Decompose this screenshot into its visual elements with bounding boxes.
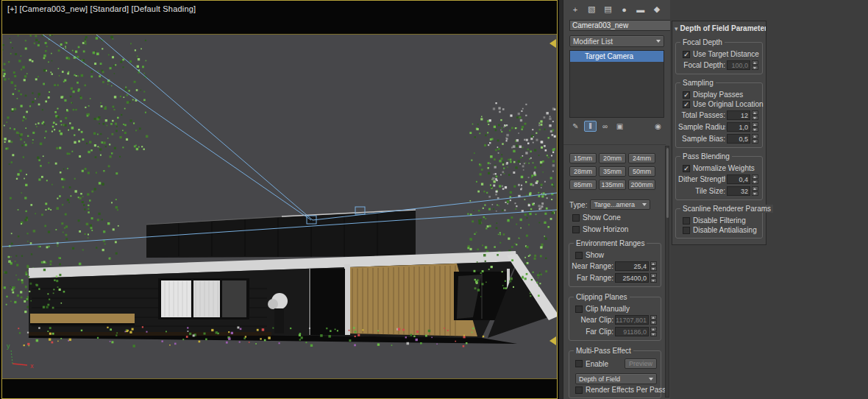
- utilities-tab-icon[interactable]: ◆: [651, 4, 663, 15]
- far-range-spinner[interactable]: [650, 273, 657, 283]
- total-passes-spinner[interactable]: [752, 110, 758, 120]
- focal-depth-field: 100,0: [727, 60, 750, 70]
- lens-20mm-button[interactable]: 20mm: [599, 153, 626, 163]
- dof-panel-titlebar[interactable]: ▾ Depth of Field Parameters: [672, 21, 766, 34]
- sample-radius-row: Sample Radius: 1,0: [678, 122, 760, 132]
- tile-size-spinner[interactable]: [752, 186, 758, 196]
- use-original-location-label: Use Original Location: [693, 100, 764, 108]
- rollout-chevron-icon: ▾: [675, 25, 678, 32]
- focal-depth-group: Focal Depth Use Target Distance Focal De…: [675, 42, 763, 74]
- dither-strength-field[interactable]: 0,4: [727, 174, 750, 184]
- show-cone-row: Show Cone: [572, 213, 666, 222]
- show-cone-checkbox[interactable]: [572, 214, 580, 222]
- make-unique-icon[interactable]: ∞: [599, 121, 611, 132]
- sample-bias-field[interactable]: 0,5: [727, 134, 750, 144]
- chevron-down-icon: [649, 378, 653, 381]
- mp-effect-dropdown[interactable]: Depth of Field: [575, 373, 657, 384]
- disable-filtering-label: Disable Filtering: [693, 216, 746, 225]
- use-original-location-row: Use Original Location: [683, 100, 760, 108]
- env-show-label: Show: [586, 251, 604, 259]
- sample-bias-spinner[interactable]: [752, 134, 758, 144]
- lens-15mm-button[interactable]: 15mm: [569, 153, 597, 163]
- remove-modifier-icon[interactable]: ▣: [613, 121, 626, 132]
- near-range-label: Near Range:: [572, 262, 613, 270]
- focal-depth-label: Focal Depth:: [678, 61, 725, 69]
- multi-pass-effect-title: Multi-Pass Effect: [574, 347, 633, 355]
- near-range-field[interactable]: 25,4: [615, 261, 649, 271]
- lens-135mm-button[interactable]: 135mm: [599, 180, 626, 190]
- pin-stack-icon[interactable]: ✎: [569, 121, 582, 132]
- lens-35mm-button[interactable]: 35mm: [599, 166, 626, 177]
- hierarchy-tab-icon[interactable]: ▤: [602, 4, 613, 15]
- sample-bias-row: Sample Bias: 0,5: [678, 134, 760, 144]
- far-clip-row: Far Clip: 91186,0: [572, 327, 658, 336]
- show-cone-label: Show Cone: [583, 213, 621, 222]
- lens-50mm-button[interactable]: 50mm: [628, 166, 655, 177]
- mp-enable-checkbox[interactable]: [575, 360, 583, 367]
- show-horizon-checkbox[interactable]: [572, 226, 580, 233]
- stock-lenses-grid: 15mm 20mm 24mm 28mm 35mm 50mm 85mm 135mm…: [569, 153, 666, 190]
- stack-item-target-camera[interactable]: Target Camera: [570, 51, 664, 62]
- total-passes-label: Total Passes:: [678, 111, 725, 119]
- modify-tab-icon[interactable]: ▧: [586, 4, 597, 15]
- dither-strength-row: Dither Strength: 0,4: [678, 174, 760, 184]
- env-show-row: Show: [575, 251, 658, 259]
- mp-enable-row: Enable: [575, 360, 625, 368]
- display-passes-checkbox[interactable]: [683, 91, 690, 99]
- command-panel: + ▧ ▤ ● ▬ ◆ Modifier List Target Camera …: [563, 0, 670, 399]
- params-scrollbar[interactable]: [665, 146, 669, 398]
- tile-size-row: Tile Size: 32: [678, 186, 760, 196]
- sampling-title: Sampling: [680, 79, 716, 87]
- far-range-field[interactable]: 25400,0: [615, 273, 649, 283]
- normalize-weights-label: Normalize Weights: [693, 164, 755, 172]
- sample-radius-field[interactable]: 1,0: [727, 122, 750, 132]
- use-target-distance-checkbox[interactable]: [683, 51, 690, 58]
- tile-size-field[interactable]: 32: [727, 186, 750, 196]
- clip-manually-checkbox[interactable]: [575, 306, 583, 313]
- show-horizon-label: Show Horizon: [583, 225, 628, 233]
- camera-viewport[interactable]: x y [+] [Camera003_new] [Standard] [Defa…: [0, 0, 559, 399]
- scanline-renderer-params-title: Scanline Renderer Params: [680, 205, 773, 213]
- modifier-list-dropdown[interactable]: Modifier List: [569, 35, 664, 47]
- total-passes-field[interactable]: 12: [727, 110, 750, 120]
- dof-panel-title: Depth of Field Parameters: [680, 24, 766, 32]
- disable-filtering-checkbox[interactable]: [683, 217, 690, 225]
- mp-render-per-pass-row: Render Effects Per Pass: [575, 386, 658, 394]
- normalize-weights-checkbox[interactable]: [683, 165, 690, 172]
- focal-depth-spinner: [752, 60, 758, 70]
- show-end-result-icon[interactable]: ‖: [584, 121, 597, 132]
- params-scrollbar-thumb[interactable]: [666, 148, 669, 218]
- mp-render-per-pass-checkbox[interactable]: [575, 386, 583, 394]
- parameters-rollout: 15mm 20mm 24mm 28mm 35mm 50mm 85mm 135mm…: [563, 144, 666, 399]
- sample-radius-spinner[interactable]: [752, 122, 758, 132]
- display-tab-icon[interactable]: ▬: [635, 4, 647, 15]
- use-original-location-checkbox[interactable]: [683, 101, 690, 108]
- clip-manually-row: Clip Manually: [575, 305, 658, 313]
- modifier-stack[interactable]: Target Camera: [569, 50, 664, 118]
- camera-type-dropdown[interactable]: Targe...amera: [590, 200, 650, 210]
- use-target-distance-label: Use Target Distance: [693, 50, 759, 58]
- display-passes-label: Display Passes: [693, 91, 743, 99]
- active-viewport-border: [1, 0, 558, 399]
- configure-modifier-sets-icon[interactable]: ◉: [652, 121, 664, 132]
- disable-antialiasing-label: Disable Antialiasing: [693, 226, 757, 234]
- env-show-checkbox[interactable]: [575, 252, 583, 259]
- lens-24mm-button[interactable]: 24mm: [628, 153, 655, 163]
- disable-antialiasing-checkbox[interactable]: [683, 227, 690, 234]
- tile-size-label: Tile Size:: [678, 187, 725, 195]
- create-tab-icon[interactable]: +: [569, 4, 581, 15]
- viewport-label[interactable]: [+] [Camera003_new] [Standard] [Default …: [7, 4, 196, 13]
- disable-filtering-row: Disable Filtering: [683, 216, 760, 225]
- lens-200mm-button[interactable]: 200mm: [628, 180, 655, 190]
- dither-strength-spinner[interactable]: [752, 174, 758, 184]
- normalize-weights-row: Normalize Weights: [683, 164, 760, 172]
- near-range-row: Near Range: 25,4: [572, 261, 658, 271]
- clipping-planes-title: Clipping Planes: [574, 293, 630, 301]
- lens-28mm-button[interactable]: 28mm: [569, 166, 597, 177]
- lens-85mm-button[interactable]: 85mm: [569, 180, 597, 190]
- motion-tab-icon[interactable]: ●: [619, 4, 630, 15]
- near-clip-label: Near Clip:: [572, 316, 613, 324]
- object-name-input[interactable]: [569, 20, 670, 31]
- show-horizon-row: Show Horizon: [572, 225, 666, 233]
- near-range-spinner[interactable]: [650, 261, 657, 271]
